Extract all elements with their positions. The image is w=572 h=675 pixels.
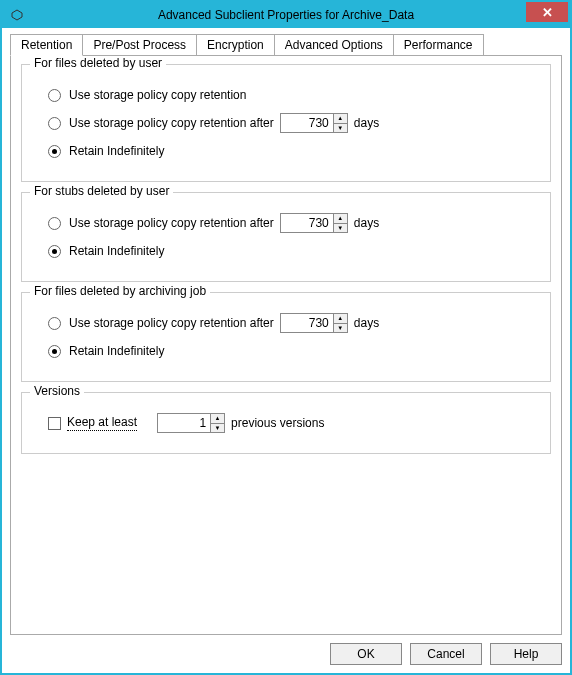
- content-area: Retention Pre/Post Process Encryption Ad…: [2, 28, 570, 673]
- option-row: Use storage policy copy retention after …: [48, 113, 538, 133]
- tab-prepost[interactable]: Pre/Post Process: [82, 34, 197, 55]
- close-icon: ✕: [542, 5, 553, 20]
- days-stepper: ▲ ▼: [280, 313, 348, 333]
- button-bar: OK Cancel Help: [10, 635, 562, 665]
- radio-retain-indefinitely[interactable]: [48, 245, 61, 258]
- option-row: Use storage policy copy retention after …: [48, 313, 538, 333]
- radio-retain-indefinitely[interactable]: [48, 345, 61, 358]
- group-files-deleted-user: For files deleted by user Use storage po…: [21, 64, 551, 182]
- unit-label: days: [354, 216, 379, 230]
- option-row: Retain Indefinitely: [48, 341, 538, 361]
- spinner-down-icon[interactable]: ▼: [334, 324, 347, 333]
- radio-retain-indefinitely[interactable]: [48, 145, 61, 158]
- radio-policy-retention-after[interactable]: [48, 217, 61, 230]
- unit-label: days: [354, 116, 379, 130]
- unit-label: previous versions: [231, 416, 324, 430]
- group-title: For files deleted by archiving job: [30, 284, 210, 298]
- ok-button[interactable]: OK: [330, 643, 402, 665]
- tab-encryption[interactable]: Encryption: [196, 34, 275, 55]
- help-button[interactable]: Help: [490, 643, 562, 665]
- option-row: Retain Indefinitely: [48, 141, 538, 161]
- checkbox-label: Keep at least: [67, 415, 137, 431]
- tab-panel-retention: For files deleted by user Use storage po…: [10, 56, 562, 635]
- tab-performance[interactable]: Performance: [393, 34, 484, 55]
- checkbox-keep-at-least[interactable]: [48, 417, 61, 430]
- versions-stepper: ▲ ▼: [157, 413, 225, 433]
- radio-label: Retain Indefinitely: [69, 144, 164, 158]
- days-input[interactable]: [280, 113, 334, 133]
- spinner: ▲ ▼: [334, 213, 348, 233]
- group-title: Versions: [30, 384, 84, 398]
- tab-retention[interactable]: Retention: [10, 34, 83, 56]
- option-row: Keep at least ▲ ▼ previous versions: [48, 413, 538, 433]
- option-row: Use storage policy copy retention: [48, 85, 538, 105]
- spinner-up-icon[interactable]: ▲: [334, 314, 347, 324]
- radio-policy-retention-after[interactable]: [48, 317, 61, 330]
- titlebar: Advanced Subclient Properties for Archiv…: [2, 2, 570, 28]
- group-files-deleted-job: For files deleted by archiving job Use s…: [21, 292, 551, 382]
- group-stubs-deleted-user: For stubs deleted by user Use storage po…: [21, 192, 551, 282]
- spinner: ▲ ▼: [211, 413, 225, 433]
- option-row: Retain Indefinitely: [48, 241, 538, 261]
- spinner-down-icon[interactable]: ▼: [211, 424, 224, 433]
- cancel-button[interactable]: Cancel: [410, 643, 482, 665]
- svg-marker-0: [12, 10, 22, 20]
- radio-label: Use storage policy copy retention: [69, 88, 246, 102]
- days-input[interactable]: [280, 313, 334, 333]
- radio-label: Retain Indefinitely: [69, 344, 164, 358]
- option-row: Use storage policy copy retention after …: [48, 213, 538, 233]
- days-stepper: ▲ ▼: [280, 213, 348, 233]
- tab-advanced[interactable]: Advanced Options: [274, 34, 394, 55]
- radio-label: Use storage policy copy retention after: [69, 116, 274, 130]
- radio-label: Retain Indefinitely: [69, 244, 164, 258]
- spinner-up-icon[interactable]: ▲: [211, 414, 224, 424]
- spinner-down-icon[interactable]: ▼: [334, 124, 347, 133]
- spinner: ▲ ▼: [334, 313, 348, 333]
- group-title: For stubs deleted by user: [30, 184, 173, 198]
- spinner-up-icon[interactable]: ▲: [334, 214, 347, 224]
- unit-label: days: [354, 316, 379, 330]
- days-input[interactable]: [280, 213, 334, 233]
- spinner-up-icon[interactable]: ▲: [334, 114, 347, 124]
- radio-label: Use storage policy copy retention after: [69, 216, 274, 230]
- radio-policy-retention-after[interactable]: [48, 117, 61, 130]
- tab-bar: Retention Pre/Post Process Encryption Ad…: [10, 34, 562, 56]
- spinner-down-icon[interactable]: ▼: [334, 224, 347, 233]
- close-button[interactable]: ✕: [526, 2, 568, 22]
- window-title: Advanced Subclient Properties for Archiv…: [158, 8, 414, 22]
- versions-input[interactable]: [157, 413, 211, 433]
- radio-label: Use storage policy copy retention after: [69, 316, 274, 330]
- group-title: For files deleted by user: [30, 56, 166, 70]
- group-versions: Versions Keep at least ▲ ▼ previous vers…: [21, 392, 551, 454]
- radio-policy-retention[interactable]: [48, 89, 61, 102]
- spinner: ▲ ▼: [334, 113, 348, 133]
- app-icon: [10, 8, 24, 22]
- days-stepper: ▲ ▼: [280, 113, 348, 133]
- dialog-window: Advanced Subclient Properties for Archiv…: [0, 0, 572, 675]
